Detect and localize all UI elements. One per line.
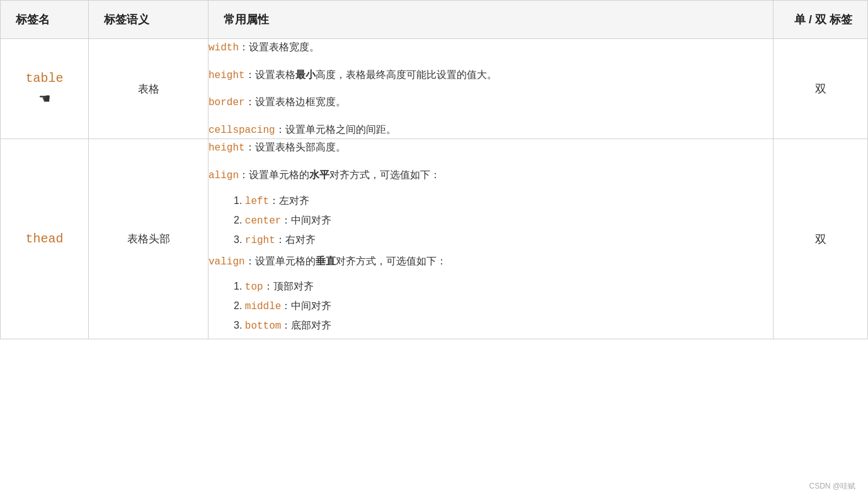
sub-item-code: right bbox=[245, 235, 275, 246]
sub-list-item: 2. center：中间对齐 bbox=[234, 214, 773, 227]
attr-code: width bbox=[208, 42, 239, 54]
attr-line: valign：设置单元格的垂直对齐方式，可选值如下： bbox=[208, 253, 773, 271]
table-row: thead表格头部height：设置表格头部高度。align：设置单元格的水平对… bbox=[1, 139, 868, 339]
table-header-row: 标签名 标签语义 常用属性 单 / 双 标签 bbox=[1, 1, 868, 39]
tag-cell-thead: thead bbox=[1, 139, 89, 339]
sub-list-item: 3. right：右对齐 bbox=[234, 234, 773, 247]
sub-item-code: left bbox=[245, 196, 269, 207]
tag-name: table bbox=[25, 71, 63, 86]
header-type: 单 / 双 标签 bbox=[774, 1, 868, 39]
attr-code: height bbox=[208, 142, 245, 154]
attr-code: border bbox=[208, 97, 245, 108]
attr-code: cellspacing bbox=[208, 125, 275, 136]
type-cell: 双 bbox=[774, 39, 868, 139]
attr-line: width：设置表格宽度。 bbox=[208, 39, 773, 57]
cursor-icon: ☚ bbox=[1, 91, 88, 107]
attrs-cell: height：设置表格头部高度。align：设置单元格的水平对齐方式，可选值如下… bbox=[208, 139, 774, 339]
sub-list: 1. left：左对齐2. center：中间对齐3. right：右对齐 bbox=[234, 195, 773, 247]
header-meaning: 标签语义 bbox=[89, 1, 208, 39]
tag-cell-table: table☚ bbox=[1, 39, 89, 139]
attr-line: align：设置单元格的水平对齐方式，可选值如下： bbox=[208, 167, 773, 184]
attr-code: valign bbox=[208, 256, 245, 268]
attr-line: border：设置表格边框宽度。 bbox=[208, 94, 773, 111]
header-attrs: 常用属性 bbox=[208, 1, 774, 39]
attr-bold: 最小 bbox=[295, 69, 316, 80]
sub-list-item: 3. bottom：底部对齐 bbox=[234, 319, 773, 332]
sub-list: 1. top：顶部对齐2. middle：中间对齐3. bottom：底部对齐 bbox=[234, 280, 773, 332]
sub-list-item: 1. left：左对齐 bbox=[234, 195, 773, 208]
sub-item-code: bottom bbox=[245, 320, 282, 332]
attr-bold: 水平 bbox=[309, 169, 329, 180]
main-table: 标签名 标签语义 常用属性 单 / 双 标签 table☚表格width：设置表… bbox=[0, 0, 868, 339]
sub-item-code: top bbox=[245, 281, 263, 293]
attr-code: align bbox=[208, 170, 239, 181]
attr-bold: 垂直 bbox=[316, 256, 336, 266]
header-tag: 标签名 bbox=[1, 1, 89, 39]
attr-line: height：设置表格最小高度，表格最终高度可能比设置的值大。 bbox=[208, 67, 773, 84]
attr-line: height：设置表格头部高度。 bbox=[208, 139, 773, 157]
attr-code: height bbox=[208, 70, 245, 81]
sub-item-code: middle bbox=[245, 301, 282, 312]
sub-list-item: 1. top：顶部对齐 bbox=[234, 280, 773, 293]
meaning-cell: 表格 bbox=[89, 39, 208, 139]
attrs-cell: width：设置表格宽度。height：设置表格最小高度，表格最终高度可能比设置… bbox=[208, 39, 774, 139]
sub-list-item: 2. middle：中间对齐 bbox=[234, 300, 773, 313]
attr-line: cellspacing：设置单元格之间的间距。 bbox=[208, 122, 773, 139]
meaning-cell: 表格头部 bbox=[89, 139, 208, 339]
table-row: table☚表格width：设置表格宽度。height：设置表格最小高度，表格最… bbox=[1, 39, 868, 139]
sub-item-code: center bbox=[245, 215, 282, 227]
tag-name: thead bbox=[25, 232, 63, 246]
type-cell: 双 bbox=[774, 139, 868, 339]
